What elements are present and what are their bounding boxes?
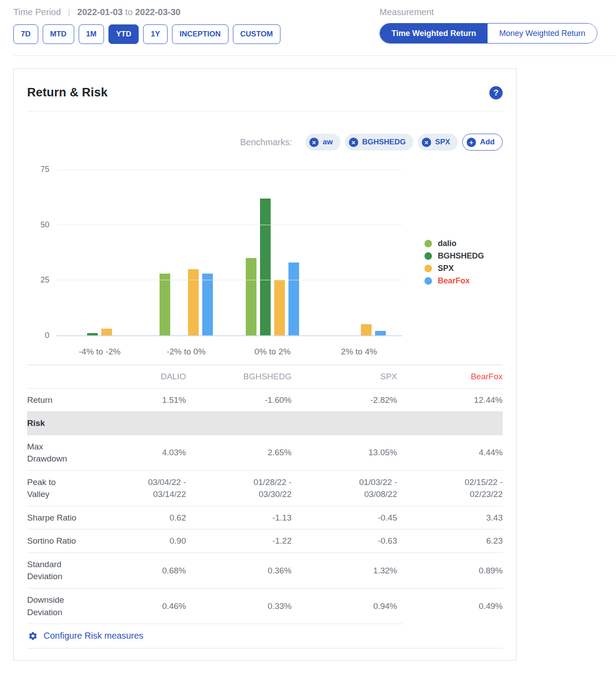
remove-benchmark-icon[interactable]: × bbox=[422, 138, 431, 147]
benchmarks-row: Benchmarks: ×aw×BGHSHEDG×SPX + Add bbox=[27, 134, 503, 151]
period-button-7d[interactable]: 7D bbox=[13, 24, 38, 44]
bar-spx-0-to-2- bbox=[274, 280, 285, 335]
cell: 0.49% bbox=[397, 600, 503, 612]
column-header-dalio: DALIO bbox=[80, 370, 186, 383]
configure-risk-measures-link[interactable]: Configure Risk measures bbox=[27, 624, 503, 648]
legend-item-spx[interactable]: SPX bbox=[424, 264, 484, 273]
benchmark-chip-label: aw bbox=[323, 138, 333, 147]
benchmark-chip-bghshedg[interactable]: ×BGHSHEDG bbox=[345, 134, 413, 151]
x-axis-label: 0% to 2% bbox=[229, 340, 316, 357]
period-button-1y[interactable]: 1Y bbox=[143, 24, 168, 44]
bar-bearfox--2-to-0- bbox=[202, 274, 213, 335]
bar-group-0-to-2- bbox=[229, 170, 316, 335]
cell: 01/28/22 - 03/30/22 bbox=[186, 476, 292, 501]
add-benchmark-button[interactable]: + Add bbox=[462, 134, 503, 151]
cell: 0.68% bbox=[80, 565, 186, 577]
cell: 03/04/22 - 03/14/22 bbox=[80, 476, 186, 501]
cell: 0.90 bbox=[80, 535, 186, 547]
gear-icon bbox=[28, 631, 38, 641]
bar-spx-2-to-4- bbox=[361, 324, 372, 335]
measurement-toggle: Time Weighted ReturnMoney Weighted Retur… bbox=[380, 23, 597, 44]
cell: 1.32% bbox=[292, 565, 397, 577]
measurement-option-time-weighted-return[interactable]: Time Weighted Return bbox=[380, 24, 488, 43]
date-range-to: to bbox=[125, 7, 133, 17]
configure-link-label: Configure Risk measures bbox=[44, 631, 144, 641]
legend-dot bbox=[424, 277, 432, 285]
row-label: Sharpe Ratio bbox=[27, 512, 80, 524]
cell: 2.65% bbox=[186, 446, 292, 459]
remove-benchmark-icon[interactable]: × bbox=[349, 138, 358, 147]
benchmark-chips: ×aw×BGHSHEDG×SPX bbox=[305, 134, 458, 151]
row-label: Standard Deviation bbox=[27, 558, 80, 583]
legend-item-dalio[interactable]: dalio bbox=[424, 239, 484, 248]
cell: 0.94% bbox=[292, 600, 397, 612]
bar-group--4-to-2- bbox=[56, 170, 143, 335]
period-button-1m[interactable]: 1M bbox=[79, 24, 104, 44]
cell: -2.82% bbox=[292, 394, 397, 406]
column-header-bghshedg: BGHSHEDG bbox=[186, 370, 292, 383]
section-label: Risk bbox=[27, 417, 80, 429]
return-risk-card: Return & Risk ? Benchmarks: ×aw×BGHSHEDG… bbox=[13, 68, 516, 660]
period-button-custom[interactable]: CUSTOM bbox=[233, 24, 280, 44]
chart-x-axis: -4% to -2%-2% to 0%0% to 2%2% to 4% bbox=[56, 340, 402, 357]
cell: 0.36% bbox=[186, 565, 292, 577]
cell: 13.05% bbox=[292, 446, 397, 459]
cell: 0.62 bbox=[80, 512, 186, 524]
card-header-divider bbox=[27, 111, 503, 111]
cell: 1.51% bbox=[80, 394, 186, 406]
column-header-bearfox: BearFox bbox=[397, 370, 503, 383]
row-label: Peak to Valley bbox=[27, 476, 80, 501]
bar-dalio--2-to-0- bbox=[160, 274, 170, 335]
row-label: Max Drawdown bbox=[27, 441, 80, 465]
time-period-section: Time Period | 2022-01-03 to 2022-03-30 7… bbox=[13, 7, 280, 44]
bar-group-2-to-4- bbox=[316, 170, 403, 335]
time-period-label: Time Period bbox=[13, 7, 61, 17]
period-button-mtd[interactable]: MTD bbox=[43, 24, 74, 44]
legend-label: BearFox bbox=[438, 276, 470, 286]
toolbar-divider bbox=[13, 56, 616, 56]
table-section-row: Risk bbox=[27, 412, 503, 435]
benchmark-chip-aw[interactable]: ×aw bbox=[305, 134, 340, 151]
page-title: Return & Risk bbox=[27, 86, 108, 99]
bar-bearfox-0-to-2- bbox=[288, 262, 299, 335]
table-row-sortino-ratio: Sortino Ratio0.90-1.22-0.636.23 bbox=[27, 529, 503, 553]
measurement-option-money-weighted-return[interactable]: Money Weighted Return bbox=[488, 24, 597, 43]
chart-area: 0255075 -4% to -2%-2% to 0%0% to 2%2% to… bbox=[27, 170, 503, 357]
cell: -0.45 bbox=[292, 512, 397, 524]
benchmarks-label: Benchmarks: bbox=[240, 137, 292, 147]
chart-plot bbox=[56, 170, 402, 336]
y-axis-tick: 0 bbox=[27, 331, 49, 340]
cell: 4.44% bbox=[397, 446, 503, 459]
row-label: Downside Deviation bbox=[27, 594, 80, 618]
cell: -1.13 bbox=[186, 512, 292, 524]
cell: 12.44% bbox=[397, 394, 503, 406]
cell: 0.46% bbox=[80, 600, 186, 612]
y-axis-tick: 50 bbox=[27, 220, 49, 230]
help-icon[interactable]: ? bbox=[489, 86, 503, 99]
chart-gridline bbox=[56, 225, 402, 225]
table-row-max-drawdown: Max Drawdown4.03%2.65%13.05%4.44% bbox=[27, 435, 503, 471]
legend-label: SPX bbox=[438, 264, 454, 273]
benchmark-chip-label: SPX bbox=[435, 138, 450, 147]
benchmark-chip-spx[interactable]: ×SPX bbox=[418, 134, 458, 151]
chart-gridline bbox=[56, 280, 402, 280]
bar-group--2-to-0- bbox=[143, 170, 230, 335]
y-axis-tick: 75 bbox=[27, 165, 49, 174]
table-row-peak-to-valley: Peak to Valley03/04/22 - 03/14/2201/28/2… bbox=[27, 471, 503, 506]
cell: 6.23 bbox=[397, 535, 503, 547]
cell: 4.03% bbox=[80, 446, 186, 459]
period-button-ytd[interactable]: YTD bbox=[108, 24, 139, 44]
x-axis-label: -2% to 0% bbox=[143, 340, 230, 357]
legend-label: dalio bbox=[438, 239, 456, 248]
remove-benchmark-icon[interactable]: × bbox=[309, 138, 319, 147]
legend-label: BGHSHEDG bbox=[438, 251, 484, 261]
period-buttons: 7DMTD1MYTD1YINCEPTIONCUSTOM bbox=[13, 24, 280, 44]
end-date: 2022-03-30 bbox=[135, 7, 180, 17]
legend-item-bghshedg[interactable]: BGHSHEDG bbox=[424, 251, 484, 261]
cell: 0.33% bbox=[186, 600, 292, 612]
y-axis-tick: 25 bbox=[27, 275, 49, 285]
chart-bars bbox=[56, 170, 402, 335]
period-button-inception[interactable]: INCEPTION bbox=[172, 24, 228, 44]
legend-item-bearfox[interactable]: BearFox bbox=[424, 276, 484, 286]
table-row-sharpe-ratio: Sharpe Ratio0.62-1.13-0.453.43 bbox=[27, 506, 503, 530]
